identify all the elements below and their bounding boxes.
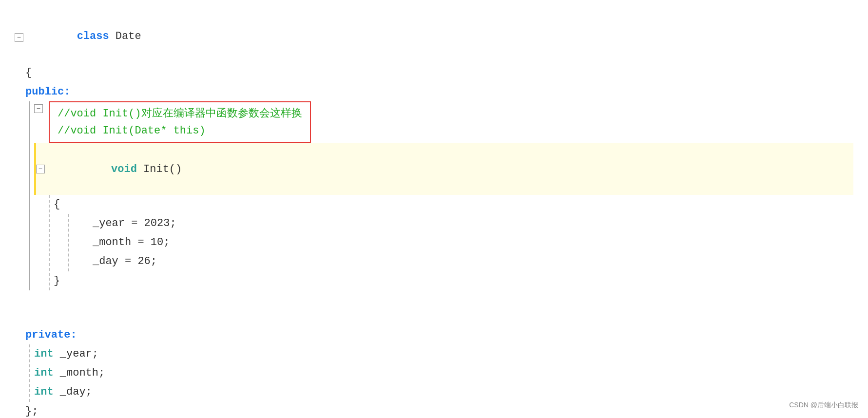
comment-content: − //void Init()对应在编译器中函数参数会这样换 //void In… (34, 101, 853, 143)
dashed-bar2 (68, 214, 69, 271)
month-var: _month; (60, 367, 105, 379)
year-line: _year = 2023; (73, 214, 853, 233)
void-init-section: − void Init() { _year = 2023; _month = 1… (25, 143, 853, 290)
private-row: private: (15, 325, 853, 344)
comment-block: − //void Init()对应在编译器中函数参数会这样换 //void In… (25, 101, 853, 143)
int-keyword-3: int (34, 386, 60, 398)
open-brace: { (54, 195, 853, 214)
day-line: _day = 26; (73, 252, 853, 271)
init-name: Init() (143, 163, 182, 175)
fold-icon-void[interactable]: − (36, 165, 45, 173)
int-keyword-2: int (34, 367, 60, 379)
keyword-void: void (111, 163, 143, 175)
private-keyword: private: (25, 326, 853, 343)
v-bar (29, 143, 30, 290)
int-day-row: int _day; (34, 382, 853, 401)
private-section: int _year; int _month; int _day; (25, 344, 853, 402)
init-body: { _year = 2023; _month = 10; _day = 26; … (45, 195, 853, 290)
comment-fold-row: − //void Init()对应在编译器中函数参数会这样换 //void In… (34, 101, 853, 143)
private-members: int _year; int _month; int _day; (34, 344, 853, 402)
table-row: − class Date (15, 10, 853, 63)
vars-content: _year = 2023; _month = 10; _day = 26; (73, 214, 853, 271)
code-text: void Init() (47, 143, 182, 195)
code-line-comment1: //void Init()对应在编译器中函数参数会这样换 (58, 105, 302, 122)
code-editor: − class Date { public: − //void Init()对应… (0, 0, 868, 418)
fold-icon[interactable]: − (15, 33, 23, 42)
int-month-row: int _month; (34, 363, 853, 382)
identifier: Date (116, 30, 141, 42)
final-close: }; (25, 403, 853, 418)
code-text: class Date (25, 11, 853, 62)
void-init-content: − void Init() { _year = 2023; _month = 1… (34, 143, 853, 290)
final-close-row: }; (15, 402, 853, 418)
int-keyword-1: int (34, 348, 60, 360)
close-brace-inner: } (54, 271, 853, 290)
code-line-comment2: //void Init(Date* this) (58, 122, 302, 139)
empty-line-2 (15, 308, 853, 325)
private-dashed-bar (29, 344, 30, 402)
int-year-row: int _year; (34, 344, 853, 363)
code-text: { (25, 64, 853, 81)
watermark: CSDN @后端小白联报 (789, 399, 858, 410)
dashed-bar (49, 195, 50, 290)
init-body-content: { _year = 2023; _month = 10; _day = 26; … (54, 195, 853, 290)
year-var: _year; (60, 348, 98, 360)
table-row: { (15, 63, 853, 82)
highlight-box: //void Init()对应在编译器中函数参数会这样换 //void Init… (49, 101, 311, 143)
day-var: _day; (60, 386, 92, 398)
month-line: _month = 10; (73, 233, 853, 252)
table-row: public: (15, 82, 853, 101)
code-text: public: (25, 83, 853, 100)
void-init-row: − void Init() (34, 143, 853, 195)
fold-icon-comment[interactable]: − (34, 104, 43, 113)
body-vars: _year = 2023; _month = 10; _day = 26; (64, 214, 853, 271)
keyword: class (77, 30, 116, 42)
v-bar (29, 101, 30, 143)
empty-line-1 (15, 290, 853, 308)
